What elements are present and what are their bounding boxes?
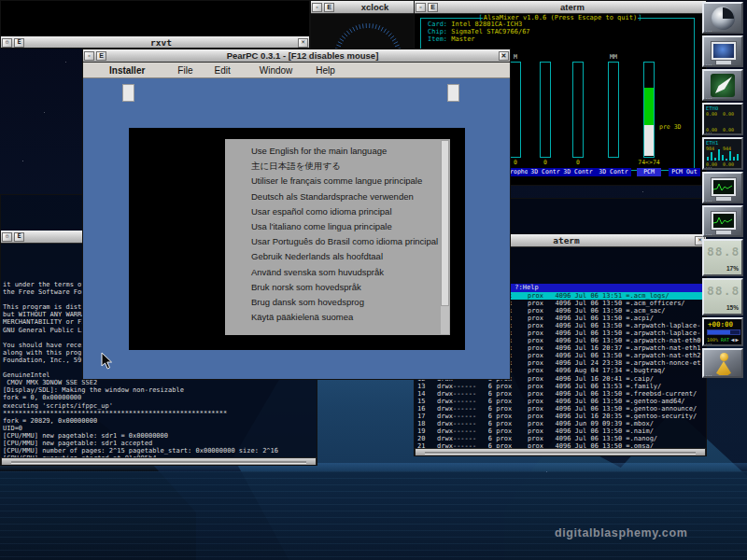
volume-bar[interactable] bbox=[572, 62, 584, 158]
titlebar[interactable]: ▫ E PearPC 0.3.1 - [F12 disables mouse] … bbox=[83, 49, 510, 63]
window-bottom-border[interactable] bbox=[1, 457, 317, 466]
window-menu-icon[interactable]: E bbox=[428, 3, 438, 12]
terminal-line: CMOV MMX 3DNOW SSE SSE2 bbox=[3, 379, 315, 386]
window-rxvt[interactable]: ▫ E rxvt ✕ [prox:eclipse:23:33:325]% dat… bbox=[0, 0, 310, 49]
language-item[interactable]: Utiliser le français comme langue princi… bbox=[225, 174, 440, 189]
language-item[interactable]: Gebruik Nederlands als hoofdtaal bbox=[225, 249, 440, 264]
iconify-icon[interactable]: ▫ bbox=[2, 38, 12, 48]
language-item[interactable]: Usar Português do Brasil como idioma pri… bbox=[225, 234, 440, 249]
load-meter-2[interactable]: 88.815%... bbox=[702, 278, 743, 315]
player-arrows[interactable]: ◀▶ bbox=[731, 336, 740, 343]
language-item[interactable]: Käytä pääkielenä suomea bbox=[225, 310, 440, 325]
iconify-icon[interactable]: ▫ bbox=[416, 3, 426, 12]
language-item[interactable]: Usar español como idioma principal bbox=[225, 204, 440, 219]
window-xclock[interactable]: ▫ E xclock ✕ bbox=[310, 0, 428, 53]
channel-label[interactable]: PCM bbox=[637, 168, 661, 176]
language-item[interactable]: Brug dansk som hovedsprog bbox=[225, 295, 440, 310]
load-meter-1[interactable]: 88.817%... bbox=[702, 239, 743, 276]
iconify-icon[interactable]: ▫ bbox=[84, 51, 94, 61]
system-monitor-2[interactable]: ... bbox=[702, 205, 743, 237]
mail-epplet-icon[interactable]: ... bbox=[702, 69, 743, 101]
iconify-icon[interactable]: ▫ bbox=[312, 3, 322, 12]
language-item[interactable]: Deutsch als Standardsprache verwenden bbox=[225, 189, 440, 204]
mutt-row[interactable]: 16 drwx------ 6 prox prox 4096 Jul 06 13… bbox=[415, 405, 706, 413]
window-bottom-border[interactable] bbox=[415, 448, 706, 456]
enlightenment-logo-icon[interactable]: ... bbox=[702, 2, 743, 34]
mutt-row[interactable]: 19 drwx------ 6 prox prox 4096 Jul 06 13… bbox=[415, 427, 706, 435]
close-icon[interactable]: ✕ bbox=[499, 51, 509, 61]
channel-label[interactable]: 3D Contr bbox=[528, 168, 563, 176]
iconify-icon[interactable]: ▫ bbox=[2, 232, 12, 242]
window-menu-icon[interactable]: E bbox=[14, 38, 24, 48]
terminal-line: [CPU/MMU] new pagetable: sdr1 = 0x000000… bbox=[3, 432, 315, 440]
titlebar[interactable]: ▫ E xclock ✕ bbox=[311, 1, 427, 14]
guest-screen[interactable]: Use English for the main language主に日本語を使… bbox=[129, 128, 465, 350]
mutt-row[interactable]: 17 drwx------ 6 prox prox 4096 Jul 16 20… bbox=[415, 413, 706, 420]
volume-bar[interactable] bbox=[608, 62, 619, 158]
epplet-dock: .........ETH00.00 0.000.00 0.00...ETH198… bbox=[702, 2, 745, 378]
menu-help[interactable]: Help bbox=[316, 65, 335, 76]
volume-bar[interactable] bbox=[540, 62, 551, 158]
close-icon[interactable]: ✕ bbox=[298, 38, 308, 48]
drag-dots[interactable]: ... bbox=[706, 62, 712, 65]
lcd-segments: 88.8 bbox=[707, 284, 740, 298]
drag-dots[interactable]: ... bbox=[706, 130, 712, 133]
window-pearpc[interactable]: ▫ E PearPC 0.3.1 - [F12 disables mouse] … bbox=[82, 49, 511, 380]
media-player-epplet[interactable]: +00:00100% RAT◀▶... bbox=[702, 317, 743, 346]
white-handle-right bbox=[447, 84, 459, 102]
titlebar[interactable]: ▫ E rxvt ✕ bbox=[1, 36, 309, 49]
channel-label[interactable]: 3D Contr bbox=[560, 168, 596, 176]
titlebar[interactable]: ▫ E aterm bbox=[415, 1, 706, 14]
chip-row: Chip: SigmaTel STAC9766/67 bbox=[428, 28, 530, 35]
menu-installer[interactable]: Installer bbox=[109, 65, 145, 76]
language-panel: Use English for the main language主に日本語を使… bbox=[225, 139, 450, 335]
menubar: InstallerFileEditWindowHelp bbox=[83, 63, 510, 78]
language-item[interactable]: Usa l'italiano come lingua principale bbox=[225, 219, 440, 234]
channel-label[interactable]: PCM Out bbox=[669, 168, 700, 176]
mute-indicator: MM bbox=[602, 53, 625, 61]
pearpc-client-area[interactable]: Use English for the main language主に日本語を使… bbox=[83, 78, 510, 380]
language-item[interactable]: Bruk norsk som hovedspråk bbox=[225, 280, 440, 295]
net-monitor-eth1[interactable]: ETH1984 9440.00 0.00... bbox=[702, 137, 743, 170]
system-monitor-1[interactable]: ... bbox=[702, 172, 743, 203]
drag-dots[interactable]: ... bbox=[706, 95, 712, 99]
language-item[interactable]: Use English for the main language bbox=[225, 144, 440, 159]
channel-label[interactable]: 3D Contr bbox=[596, 168, 631, 176]
volume-bar[interactable] bbox=[510, 62, 521, 158]
mutt-row[interactable]: 20 drwx------ 6 prox prox 4096 Jul 06 13… bbox=[415, 435, 706, 442]
monitor-icon[interactable]: ... bbox=[702, 35, 743, 67]
user-figure-epplet[interactable]: ... bbox=[702, 348, 743, 378]
mutt-row[interactable]: 18 drwx------ 6 prox prox 4096 Jun 09 09… bbox=[415, 420, 706, 427]
net-top-values: 0.00 0.00 bbox=[706, 111, 734, 117]
drag-dots[interactable]: ... bbox=[706, 372, 712, 376]
drag-dots[interactable]: ... bbox=[706, 198, 712, 202]
drag-dots[interactable]: ... bbox=[706, 231, 712, 235]
window-menu-icon[interactable]: E bbox=[14, 232, 24, 242]
menu-edit[interactable]: Edit bbox=[214, 65, 230, 76]
window-title: PearPC 0.3.1 - [F12 disables mouse] bbox=[108, 50, 497, 61]
drag-dots[interactable]: ... bbox=[706, 164, 712, 168]
channel-value: 74<>74 bbox=[628, 159, 669, 166]
language-list: Use English for the main language主に日本語を使… bbox=[225, 144, 440, 325]
card-row: Card: Intel 82801CA-ICH3 bbox=[428, 21, 522, 28]
mutt-row[interactable]: 15 drwx------ 6 prox prox 4096 Jul 06 13… bbox=[415, 398, 706, 405]
scrollbar-track[interactable] bbox=[441, 140, 449, 334]
drag-dots[interactable]: ... bbox=[706, 341, 712, 344]
quill-icon bbox=[715, 77, 732, 93]
net-monitor-eth0[interactable]: ETH00.00 0.000.00 0.00... bbox=[702, 103, 743, 135]
scrollbar-thumb[interactable] bbox=[441, 140, 449, 306]
menu-file[interactable]: File bbox=[177, 65, 192, 76]
menu-window[interactable]: Window bbox=[260, 65, 293, 76]
mutt-row[interactable]: 13 drwx------ 6 prox prox 4096 Jul 06 13… bbox=[415, 383, 706, 390]
channel-value: 0 bbox=[557, 159, 599, 166]
drag-dots[interactable]: ... bbox=[706, 310, 712, 314]
terminal-line: UID=0 bbox=[3, 425, 315, 432]
drag-dots[interactable]: ... bbox=[706, 28, 712, 32]
window-menu-icon[interactable]: E bbox=[324, 3, 334, 12]
player-progress[interactable] bbox=[707, 329, 740, 335]
drag-dots[interactable]: ... bbox=[706, 271, 712, 274]
language-item[interactable]: 主に日本語を使用する bbox=[225, 159, 440, 174]
mutt-row[interactable]: 14 drwx------ 6 prox prox 4096 Jul 06 13… bbox=[415, 390, 706, 398]
window-menu-icon[interactable]: E bbox=[96, 51, 106, 61]
language-item[interactable]: Använd svenska som huvudspråk bbox=[225, 265, 440, 280]
